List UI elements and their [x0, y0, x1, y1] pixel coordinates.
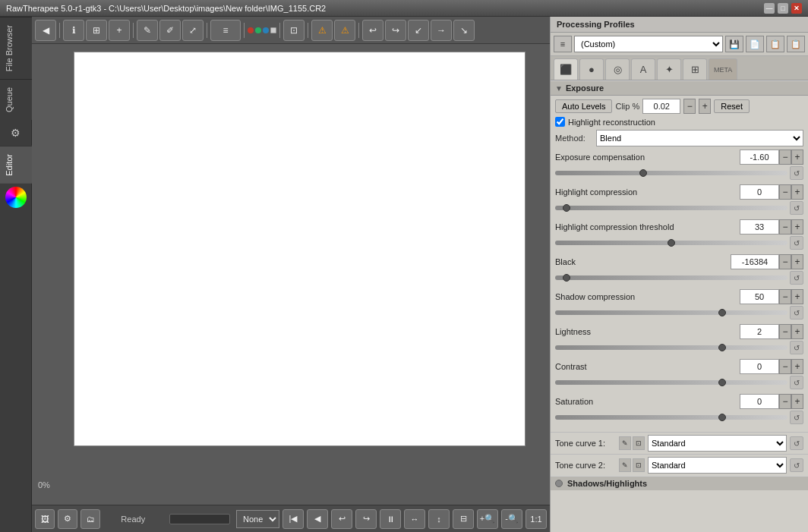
sidebar-item-file-browser[interactable]: File Browser	[0, 17, 32, 79]
shadow-compression-reset[interactable]: ↺	[790, 306, 803, 320]
lightness-plus[interactable]: +	[791, 324, 803, 339]
contrast-thumb[interactable]	[718, 379, 726, 386]
black-track[interactable]	[555, 275, 787, 280]
exposure-compensation-reset[interactable]: ↺	[790, 166, 803, 180]
clip-minus-button[interactable]: −	[683, 99, 696, 114]
color-wheel-icon[interactable]	[5, 187, 27, 208]
tab-color[interactable]: ●	[579, 58, 604, 80]
sidebar-item-queue[interactable]: Queue	[0, 79, 32, 120]
saturation-track[interactable]	[555, 415, 787, 420]
contrast-reset[interactable]: ↺	[790, 376, 803, 389]
saturation-thumb[interactable]	[718, 414, 726, 421]
warn2-button[interactable]: ⚠	[334, 20, 355, 41]
tone-curve-1-type-icon[interactable]: ⊡	[633, 436, 645, 450]
maximize-button[interactable]: □	[778, 3, 788, 14]
nav-dropdown[interactable]: None	[236, 510, 279, 528]
profile-copy-button[interactable]: 📋	[766, 36, 784, 52]
contrast-minus[interactable]: −	[779, 359, 791, 374]
add-button[interactable]: +	[109, 20, 130, 41]
reset-button[interactable]: Reset	[714, 99, 750, 113]
profile-icon-button[interactable]: ≡	[554, 36, 572, 52]
nav-prev2-button[interactable]: ↩	[331, 509, 352, 529]
highlight-compression-threshold-plus[interactable]: +	[791, 219, 803, 235]
tone-curve-1-reset[interactable]: ↺	[790, 436, 803, 450]
highlight-compression-threshold-minus[interactable]: −	[779, 219, 791, 235]
black-reset[interactable]: ↺	[790, 271, 803, 285]
batch-settings-button[interactable]: ⚙	[58, 509, 77, 529]
sidebar-gear-icon[interactable]: ⚙	[5, 121, 27, 144]
tab-defringe[interactable]: ⊞	[683, 58, 707, 80]
highlight-compression-threshold-track[interactable]	[555, 241, 787, 245]
zoom-fit-button[interactable]: ⊟	[453, 509, 474, 529]
close-button[interactable]: ✕	[791, 3, 802, 14]
tab-exposure[interactable]: ⬛	[554, 58, 578, 80]
clip-plus-button[interactable]: +	[699, 99, 711, 114]
tone-curve-2-type-icon[interactable]: ⊡	[633, 458, 645, 472]
pencil2-button[interactable]: ✐	[159, 20, 181, 41]
highlight-compression-minus[interactable]: −	[779, 184, 791, 200]
lightness-track[interactable]	[555, 345, 787, 350]
profile-load-button[interactable]: 📄	[746, 36, 764, 52]
minimize-button[interactable]: —	[764, 3, 775, 14]
tone-curve-2-select[interactable]: Standard Flexible Custom	[648, 457, 787, 474]
undo-button[interactable]: ↩	[362, 20, 383, 41]
nav-next-button[interactable]: ↪	[355, 509, 377, 529]
forward-button[interactable]: →	[431, 20, 452, 41]
highlight-reconstruction-checkbox[interactable]	[555, 117, 565, 127]
contrast-track[interactable]	[555, 380, 787, 385]
highlight-compression-track[interactable]	[555, 206, 787, 210]
saturation-reset[interactable]: ↺	[790, 411, 803, 424]
profiles-dropdown[interactable]: (Custom)	[574, 36, 723, 52]
exposure-compensation-minus[interactable]: −	[779, 150, 791, 165]
tone-curve-2-edit-icon[interactable]: ✎	[619, 458, 631, 472]
shadow-compression-plus[interactable]: +	[791, 289, 803, 304]
nav-pause-button[interactable]: ⏸	[380, 509, 401, 529]
exposure-section-header[interactable]: ▼ Exposure	[551, 80, 808, 96]
nav-first-button[interactable]: |◀	[282, 509, 304, 529]
exposure-compensation-plus[interactable]: +	[791, 150, 803, 165]
lightness-minus[interactable]: −	[779, 324, 791, 339]
shadow-compression-track[interactable]	[555, 310, 787, 315]
redo-button[interactable]: ↪	[385, 20, 406, 41]
highlight-compression-threshold-reset[interactable]: ↺	[790, 236, 803, 250]
saturation-plus[interactable]: +	[791, 394, 803, 409]
filter-button[interactable]: ⊡	[283, 20, 305, 41]
tab-detail[interactable]: ◎	[605, 58, 630, 80]
zoom-out-button[interactable]: -🔍	[501, 509, 522, 529]
shadow-compression-minus[interactable]: −	[779, 289, 791, 304]
nav-stretch-button[interactable]: ↔	[404, 509, 425, 529]
zoom-100-button[interactable]: 1:1	[526, 509, 547, 529]
exposure-compensation-thumb[interactable]	[639, 169, 647, 177]
transform-button[interactable]: ⤢	[182, 20, 204, 41]
highlight-compression-reset[interactable]: ↺	[790, 201, 803, 215]
highlight-compression-plus[interactable]: +	[791, 184, 803, 200]
auto-levels-button[interactable]: Auto Levels	[555, 99, 612, 113]
highlight-compression-threshold-thumb[interactable]	[668, 239, 675, 247]
tab-raw[interactable]: ✦	[657, 58, 681, 80]
nav-fit-button[interactable]: ↕	[428, 509, 450, 529]
end-button[interactable]: ↘	[453, 20, 475, 41]
lightness-reset[interactable]: ↺	[790, 341, 803, 354]
nav-prev-button[interactable]: ◀	[307, 509, 328, 529]
nav-back-button[interactable]: ◀	[35, 20, 56, 41]
method-select[interactable]: Blend Luminance Color	[596, 130, 803, 146]
warn1-button[interactable]: ⚠	[311, 20, 333, 41]
down-button[interactable]: ↙	[408, 20, 429, 41]
send-to-queue-button[interactable]: 🖼	[35, 509, 55, 529]
lines-button[interactable]: ≡	[210, 20, 241, 41]
black-thumb[interactable]	[563, 274, 570, 282]
black-plus[interactable]: +	[791, 254, 803, 269]
sidebar-item-editor[interactable]: Editor	[0, 146, 32, 184]
tone-curve-1-select[interactable]: Standard Flexible Custom	[648, 435, 787, 452]
info-button[interactable]: ℹ	[63, 20, 84, 41]
tone-curve-2-reset[interactable]: ↺	[790, 458, 803, 472]
profile-save-button[interactable]: 💾	[725, 36, 743, 52]
profile-paste-button[interactable]: 📋	[787, 36, 805, 52]
pencil-button[interactable]: ✎	[137, 20, 158, 41]
contrast-plus[interactable]: +	[791, 359, 803, 374]
shadows-highlights-header[interactable]: Shadows/Highlights	[551, 476, 808, 490]
highlight-compression-thumb[interactable]	[563, 204, 570, 212]
exposure-compensation-track[interactable]	[555, 171, 787, 175]
shadow-compression-thumb[interactable]	[718, 309, 726, 316]
black-minus[interactable]: −	[779, 254, 791, 269]
